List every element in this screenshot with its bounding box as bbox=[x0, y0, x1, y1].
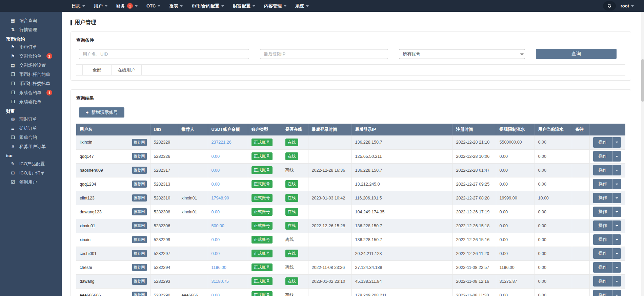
nav-item[interactable]: 财务1 bbox=[112, 0, 142, 12]
action-button-label[interactable]: 操作 bbox=[593, 165, 613, 175]
recommend-network-button[interactable]: 推荐网 bbox=[132, 181, 147, 188]
nav-item[interactable]: 报表 bbox=[165, 0, 187, 12]
nav-item[interactable]: OTC bbox=[142, 0, 165, 12]
balance-link[interactable]: 0.00 bbox=[212, 293, 220, 296]
recommend-network-button[interactable]: 推荐网 bbox=[132, 236, 147, 243]
recommend-network-button[interactable]: 推荐网 bbox=[132, 194, 147, 202]
user-menu[interactable]: root bbox=[621, 3, 634, 8]
sidebar-item[interactable]: ⊡ICO用户订单 bbox=[0, 168, 62, 177]
online-badge: 在线 bbox=[285, 152, 298, 160]
nav-item[interactable]: 财富配置 bbox=[228, 0, 260, 12]
recommend-network-button[interactable]: 推荐网 bbox=[132, 292, 147, 296]
sidebar-item[interactable]: ❐永续合约单1 bbox=[0, 88, 62, 97]
sidebar-item[interactable]: ⚑币币订单 bbox=[0, 42, 62, 51]
action-dropdown-toggle[interactable] bbox=[613, 207, 621, 217]
action-button[interactable]: 操作 bbox=[593, 262, 621, 273]
balance-link[interactable]: 237221.26 bbox=[212, 140, 232, 145]
action-button-label[interactable]: 操作 bbox=[593, 137, 613, 148]
action-button[interactable]: 操作 bbox=[593, 165, 621, 175]
action-button-label[interactable]: 操作 bbox=[593, 290, 613, 296]
action-button-label[interactable]: 操作 bbox=[593, 276, 613, 287]
sidebar-item[interactable]: ✎ICO产品配置 bbox=[0, 159, 62, 168]
add-demo-account-button[interactable]: + 新增演示账号 bbox=[79, 107, 124, 118]
action-button-label[interactable]: 操作 bbox=[593, 262, 613, 273]
recommend-network-button[interactable]: 推荐网 bbox=[132, 264, 147, 271]
action-dropdown-toggle[interactable] bbox=[613, 179, 621, 189]
sidebar-item[interactable]: ⇅行情管理 bbox=[0, 25, 62, 34]
balance-link[interactable]: 0.00 bbox=[212, 237, 220, 242]
balance-link[interactable]: 0.00 bbox=[212, 210, 220, 214]
nav-item[interactable]: 用户 bbox=[89, 0, 112, 12]
action-button[interactable]: 操作 bbox=[593, 248, 621, 259]
nav-item[interactable]: 系统 bbox=[291, 0, 313, 12]
action-button-label[interactable]: 操作 bbox=[593, 151, 613, 162]
action-button-label[interactable]: 操作 bbox=[593, 248, 613, 259]
action-button[interactable]: 操作 bbox=[593, 193, 621, 203]
action-button[interactable]: 操作 bbox=[593, 151, 621, 162]
support-button[interactable] bbox=[603, 1, 616, 10]
sidebar-item[interactable]: ☑签到用户 bbox=[0, 177, 62, 187]
sidebar-item[interactable]: ≣矿机订单 bbox=[0, 124, 62, 133]
action-button[interactable]: 操作 bbox=[593, 220, 621, 231]
action-dropdown-toggle[interactable] bbox=[613, 151, 621, 162]
balance-link[interactable]: 0.00 bbox=[212, 251, 220, 256]
sidebar-item[interactable]: ◍理财订单 bbox=[0, 114, 62, 124]
action-dropdown-toggle[interactable] bbox=[613, 276, 621, 287]
balance-link[interactable]: 500.00 bbox=[212, 224, 224, 228]
balance-link[interactable]: 0.00 bbox=[212, 154, 220, 159]
sidebar-item-label: 币币杠杆合约单 bbox=[19, 71, 50, 78]
search-button[interactable]: 查询 bbox=[536, 49, 617, 59]
nav-item[interactable]: 日志 bbox=[67, 0, 89, 12]
action-button[interactable]: 操作 bbox=[593, 179, 621, 189]
actions-cell: 操作 bbox=[589, 288, 625, 296]
action-button-label[interactable]: 操作 bbox=[593, 234, 613, 245]
sidebar-item[interactable]: ❒永续委托单 bbox=[0, 97, 62, 106]
recommend-network-button[interactable]: 推荐网 bbox=[132, 250, 147, 257]
username-cell: ceshi001推荐网 bbox=[76, 247, 150, 260]
balance-link[interactable]: 0.00 bbox=[212, 168, 220, 173]
action-button[interactable]: 操作 bbox=[593, 290, 621, 296]
action-button-label[interactable]: 操作 bbox=[593, 193, 613, 203]
sidebar-item[interactable]: $私募用户订单 bbox=[0, 142, 62, 151]
action-button[interactable]: 操作 bbox=[593, 137, 621, 148]
sidebar-item[interactable]: ❐币币杠杆合约单 bbox=[0, 70, 62, 79]
balance-link[interactable]: 31180.75 bbox=[212, 279, 229, 284]
tab-online-users[interactable]: 在线用户 bbox=[112, 65, 142, 75]
recommend-network-button[interactable]: 推荐网 bbox=[132, 167, 147, 174]
register-time-cell: 2022-11-08 12:16 bbox=[452, 274, 496, 288]
action-dropdown-toggle[interactable] bbox=[613, 165, 621, 175]
recommend-network-button[interactable]: 推荐网 bbox=[132, 153, 147, 160]
balance-link[interactable]: 0.00 bbox=[212, 182, 220, 187]
action-dropdown-toggle[interactable] bbox=[613, 193, 621, 203]
sidebar-item[interactable]: ▤交割场控设置 bbox=[0, 61, 62, 70]
sidebar-item[interactable]: ❒币币杠杆委托单 bbox=[0, 79, 62, 88]
account-type-select[interactable]: 所有账号 bbox=[399, 49, 525, 59]
nav-item[interactable]: 内容管理 bbox=[260, 0, 291, 12]
sidebar-item[interactable]: ❏跟单合约 bbox=[0, 133, 62, 142]
last-login-ip-input[interactable] bbox=[260, 49, 388, 59]
recommend-network-button[interactable]: 推荐网 bbox=[132, 278, 147, 285]
tab-all[interactable]: 全部 bbox=[82, 65, 112, 75]
balance-link[interactable]: 1196.00 bbox=[212, 265, 226, 270]
action-button-label[interactable]: 操作 bbox=[593, 207, 613, 217]
sidebar-item[interactable]: ⚑交割合约单1 bbox=[0, 51, 62, 61]
action-button-label[interactable]: 操作 bbox=[593, 220, 613, 231]
recommend-network-button[interactable]: 推荐网 bbox=[132, 222, 147, 229]
action-dropdown-toggle[interactable] bbox=[613, 220, 621, 231]
action-dropdown-toggle[interactable] bbox=[613, 234, 621, 245]
scrollbar-thumb[interactable] bbox=[641, 59, 644, 102]
nav-item[interactable]: 币币/合约配置 bbox=[187, 0, 228, 12]
action-button[interactable]: 操作 bbox=[593, 276, 621, 287]
action-button[interactable]: 操作 bbox=[593, 234, 621, 245]
recommend-network-button[interactable]: 推荐网 bbox=[132, 208, 147, 215]
action-dropdown-toggle[interactable] bbox=[613, 137, 621, 148]
action-button[interactable]: 操作 bbox=[593, 207, 621, 217]
recommend-network-button[interactable]: 推荐网 bbox=[132, 139, 147, 146]
sidebar-item[interactable]: ▦综合查询 bbox=[0, 16, 62, 25]
action-button-label[interactable]: 操作 bbox=[593, 179, 613, 189]
action-dropdown-toggle[interactable] bbox=[613, 290, 621, 296]
username-uid-input[interactable] bbox=[79, 49, 249, 59]
action-dropdown-toggle[interactable] bbox=[613, 248, 621, 259]
balance-link[interactable]: 17948.90 bbox=[212, 196, 229, 200]
action-dropdown-toggle[interactable] bbox=[613, 262, 621, 273]
